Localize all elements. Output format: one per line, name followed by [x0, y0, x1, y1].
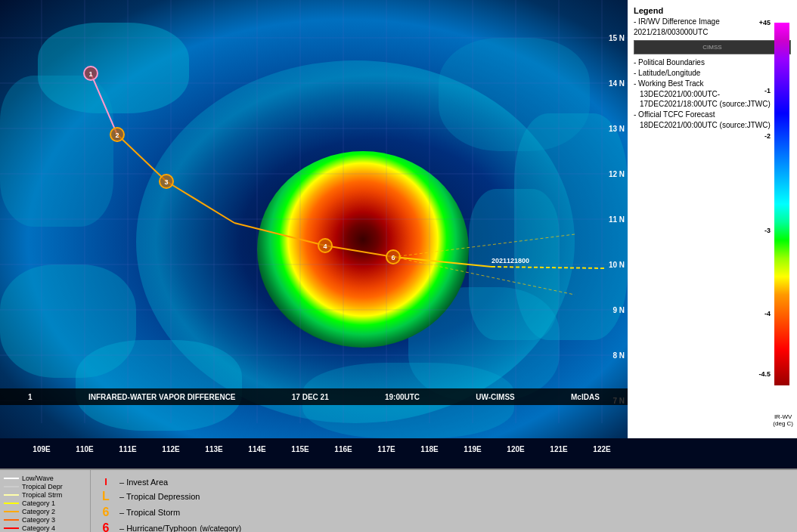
legend-latlon: - Latitude/Longitude [634, 68, 791, 78]
track-tropical-strm: Tropical Strm [4, 491, 86, 499]
svg-line-29 [492, 267, 605, 268]
svg-line-27 [325, 246, 393, 257]
cimss-logo: CIMSS [634, 40, 791, 54]
svg-line-28 [393, 257, 492, 267]
track-cat4: Category 4 [4, 524, 86, 532]
track-cat1: Category 1 [4, 500, 86, 507]
invest-legend: I – Invest Area [98, 476, 789, 487]
svg-text:1: 1 [88, 70, 92, 78]
scale-label-3: -3 [764, 227, 771, 234]
track-type-legend: Low/Wave Tropical Depr Tropical Strm Cat… [0, 470, 91, 532]
lat-12n: 12 N [609, 170, 625, 178]
scale-label-4: -4 [764, 310, 771, 317]
map-date: 17 DEC 21 [292, 393, 329, 401]
map-software: McIDAS [571, 393, 600, 401]
storm-track: 2021121800 1 2 3 4 6 [0, 0, 628, 438]
lon-122e: 122E [593, 445, 610, 453]
svg-line-25 [166, 181, 234, 223]
lat-15n: 15 N [609, 34, 625, 42]
main-container: 2021121800 1 2 3 4 6 109E 110E 111E 112 [0, 0, 797, 532]
invest-icon: I [98, 476, 113, 487]
track-cat3: Category 3 [4, 516, 86, 524]
svg-text:3: 3 [164, 178, 168, 186]
lat-9n: 9 N [612, 306, 625, 314]
svg-text:6: 6 [391, 254, 395, 261]
svg-line-23 [91, 73, 117, 135]
ts-legend: 6 – Tropical Storm [98, 506, 789, 519]
track-low-wave: Low/Wave [4, 475, 86, 482]
lon-117e: 117E [377, 445, 395, 453]
svg-line-26 [234, 223, 325, 246]
lon-111e: 111E [119, 445, 136, 453]
hurricane-icon: 6 [98, 521, 113, 532]
svg-line-24 [117, 135, 166, 181]
svg-text:2: 2 [115, 131, 119, 139]
td-icon: L [98, 490, 113, 503]
track-tropical-depr: Tropical Depr [4, 483, 86, 490]
lat-11n: 11 N [609, 215, 625, 224]
lat-13n: 13 N [609, 125, 625, 133]
lon-109e: 109E [33, 445, 50, 453]
legend-title: Legend [634, 6, 791, 15]
svg-line-42 [393, 257, 575, 295]
lon-114e: 114E [248, 445, 265, 453]
bottom-legend-bar: Low/Wave Tropical Depr Tropical Strm Cat… [0, 469, 797, 532]
hurricane-suffix: (w/category) [200, 524, 241, 533]
scale-label-45: -4.5 [758, 370, 771, 378]
lat-14n: 14 N [609, 79, 625, 88]
color-scale-bar [774, 23, 789, 385]
lon-116e: 116E [334, 445, 352, 453]
lon-118e: 118E [420, 445, 438, 453]
legend-political: - Political Boundaries [634, 57, 791, 67]
legend-forecast: - Official TCFC Forecast [634, 110, 791, 119]
map-time: 19:00UTC [385, 393, 420, 401]
lat-10n: 10 N [609, 261, 625, 269]
legend-image-time: 2021/218/003000UTC [634, 27, 791, 37]
legend-panel: Legend - IR/WV Difference Image 2021/218… [628, 0, 797, 438]
svg-line-41 [393, 234, 575, 257]
lon-113e: 113E [205, 445, 222, 453]
track-cat2: Category 2 [4, 508, 86, 515]
frame-number: 1 [28, 393, 33, 401]
svg-text:2021121800: 2021121800 [492, 257, 529, 264]
lon-121e: 121E [550, 445, 567, 453]
ts-text: – Tropical Storm [119, 508, 180, 517]
scale-label-2: -2 [764, 132, 771, 140]
scale-label-1: -1 [764, 87, 771, 94]
ts-icon: 6 [98, 506, 113, 519]
hurricane-text: – Hurricane/Typhoon [119, 524, 197, 532]
map-title: INFRARED-WATER VAPOR DIFFERENCE [88, 393, 236, 401]
svg-text:4: 4 [323, 243, 327, 250]
map-source: UW-CIMSS [476, 393, 514, 401]
td-text: – Tropical Depression [119, 492, 200, 501]
lon-115e: 115E [291, 445, 309, 453]
td-legend: L – Tropical Depression [98, 490, 789, 503]
hurricane-legend: 6 – Hurricane/Typhoon (w/category) [98, 521, 789, 532]
invest-text: – Invest Area [119, 478, 168, 487]
scale-unit: IR-WV (deg C) [773, 413, 793, 427]
scale-top-label: +45 [759, 19, 771, 26]
legend-forecast-dates: 18DEC2021/00:00UTC (source:JTWC) [634, 120, 791, 130]
status-bar: 1 INFRARED-WATER VAPOR DIFFERENCE 17 DEC… [0, 388, 628, 405]
lon-112e: 112E [162, 445, 179, 453]
lat-8n: 8 N [612, 351, 625, 360]
lon-110e: 110E [76, 445, 93, 453]
lon-119e: 119E [464, 445, 481, 453]
map-area: 2021121800 1 2 3 4 6 109E 110E 111E 112 [0, 0, 797, 469]
symbol-legend: I – Invest Area L – Tropical Depression … [91, 470, 797, 532]
lon-120e: 120E [507, 445, 524, 453]
